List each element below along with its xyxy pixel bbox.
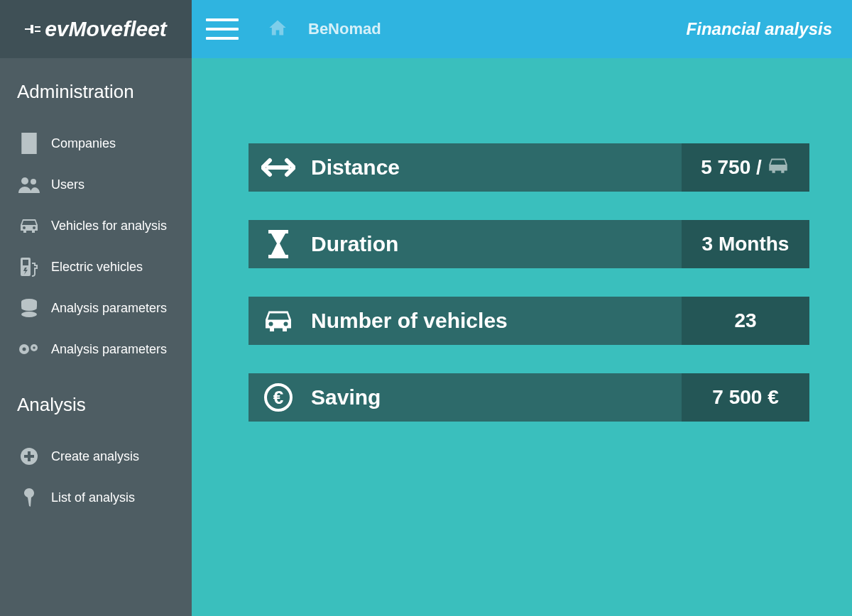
stat-value: 23	[682, 297, 809, 345]
sidebar-item-vehicles-analysis[interactable]: Vehicles for analysis	[17, 205, 192, 246]
sidebar-item-label: Electric vehicles	[51, 260, 143, 275]
svg-point-12	[33, 346, 36, 349]
stat-label: Duration	[311, 232, 398, 256]
stat-label: Saving	[311, 385, 381, 409]
building-icon	[17, 133, 41, 154]
users-icon	[17, 176, 41, 193]
stat-label: Number of vehicles	[311, 309, 508, 333]
sidebar-item-label: Companies	[51, 136, 116, 151]
stat-vehicle-count: Number of vehicles 23	[248, 297, 809, 345]
svg-point-18	[269, 322, 273, 326]
stat-saving: € Saving 7 500 €	[248, 373, 809, 422]
gears-icon	[17, 341, 41, 358]
svg-point-8	[21, 312, 37, 317]
stat-value: 5 750 /	[682, 143, 809, 192]
sidebar-item-label: Analysis parameters	[51, 301, 167, 316]
hourglass-icon	[261, 230, 295, 258]
svg-text:€: €	[273, 387, 283, 408]
svg-point-1	[31, 179, 36, 185]
svg-point-7	[21, 305, 37, 311]
distance-icon	[261, 157, 295, 178]
stat-duration: Duration 3 Months	[248, 220, 809, 268]
plus-circle-icon	[17, 446, 41, 466]
home-icon[interactable]	[267, 18, 288, 40]
sidebar-item-label: Vehicles for analysis	[51, 219, 167, 233]
sidebar-item-label: Users	[51, 177, 84, 192]
sidebar-item-electric-vehicles[interactable]: Electric vehicles	[17, 246, 192, 287]
sidebar: Administration Companies Users Vehicles …	[0, 58, 192, 616]
stat-distance: Distance 5 750 /	[248, 143, 809, 192]
sidebar-item-users[interactable]: Users	[17, 164, 192, 205]
sidebar-section-administration: Administration	[17, 81, 192, 103]
pin-icon	[17, 487, 41, 508]
app-logo: evMovefleet	[0, 0, 192, 58]
logo-text: evMovefleet	[45, 17, 167, 41]
sidebar-item-create-analysis[interactable]: Create analysis	[17, 436, 192, 477]
sidebar-item-label: List of analysis	[51, 490, 135, 505]
plug-icon	[25, 17, 42, 41]
menu-toggle-button[interactable]	[206, 18, 239, 40]
svg-rect-15	[24, 455, 34, 458]
page-title: Financial analysis	[687, 19, 832, 39]
car-small-icon	[766, 156, 790, 179]
sidebar-item-analysis-params-db[interactable]: Analysis parameters	[17, 287, 192, 329]
svg-point-3	[33, 226, 36, 229]
svg-rect-16	[268, 230, 288, 233]
svg-point-0	[21, 177, 28, 185]
svg-rect-5	[23, 260, 28, 265]
sidebar-item-analysis-params-gears[interactable]: Analysis parameters	[17, 329, 192, 370]
car-icon	[261, 309, 295, 333]
stat-value: 3 Months	[682, 220, 809, 268]
svg-point-2	[23, 226, 26, 229]
topbar: BeNomad Financial analysis	[192, 0, 852, 58]
sidebar-item-label: Analysis parameters	[51, 342, 167, 357]
stat-value: 7 500 €	[682, 373, 809, 422]
euro-icon: €	[261, 383, 295, 412]
database-icon	[17, 298, 41, 318]
sidebar-section-analysis: Analysis	[17, 394, 192, 416]
stat-label: Distance	[311, 155, 400, 180]
svg-point-19	[284, 322, 288, 326]
main-content: Distance 5 750 / Duration 3 Months	[192, 58, 852, 616]
svg-rect-17	[268, 255, 288, 258]
sidebar-item-list-analysis[interactable]: List of analysis	[17, 477, 192, 518]
sidebar-item-companies[interactable]: Companies	[17, 123, 192, 164]
breadcrumb[interactable]: BeNomad	[308, 20, 381, 38]
car-icon	[17, 218, 41, 233]
svg-point-10	[23, 348, 26, 351]
charger-icon	[17, 256, 41, 277]
sidebar-item-label: Create analysis	[51, 449, 139, 464]
